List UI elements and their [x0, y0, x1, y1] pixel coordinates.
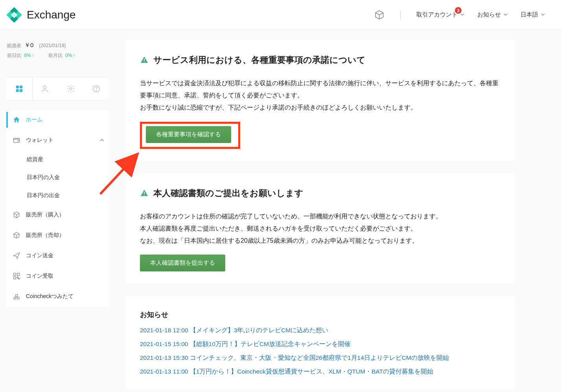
day-change-label: 前日比 — [7, 53, 21, 58]
logo-area[interactable]: Exchange — [6, 7, 76, 23]
logo-text: Exchange — [27, 9, 76, 21]
up-arrow-icon: ↑ — [73, 53, 75, 58]
sidebar-item-tsumitate[interactable]: Coincheckつみたて — [6, 286, 109, 307]
tab-dashboard[interactable] — [6, 77, 32, 100]
news-link[interactable]: 2021-01-15 15:00 【総額10万円！】テレビCM放送記念キャンペー… — [140, 340, 501, 348]
confirm-terms-button[interactable]: 各種重要事項を確認する — [146, 126, 231, 143]
header-nav: 取引アカウント 3 お知らせ 日本語 — [374, 10, 545, 20]
annotation-highlight-box: 各種重要事項を確認する — [140, 122, 240, 149]
chevron-down-icon — [503, 11, 508, 18]
stack-icon — [13, 293, 20, 300]
panel-text-1: 当サービスでは資金決済法及び犯罪による収益の移転防止に関する法律の施行に伴い、サ… — [140, 77, 501, 101]
divider — [400, 11, 401, 19]
panel-text-3: なお、現在は「日本国内に居住する20歳以上75歳未満の方」のみお申込み可能となっ… — [140, 234, 501, 247]
cube-icon[interactable] — [374, 10, 384, 20]
send-icon — [13, 252, 20, 260]
svg-rect-6 — [16, 89, 19, 92]
nav-account-dropdown[interactable]: 取引アカウント 3 — [416, 11, 465, 18]
svg-rect-5 — [20, 86, 22, 88]
sidebar-item-label: 販売所（売却） — [26, 232, 64, 239]
panel-body: 当サービスでは資金決済法及び犯罪による収益の移転防止に関する法律の施行に伴い、サ… — [140, 77, 501, 114]
logo-icon — [6, 7, 22, 23]
svg-rect-17 — [14, 297, 16, 299]
svg-rect-22 — [144, 192, 145, 194]
svg-rect-16 — [14, 277, 16, 279]
tab-account[interactable] — [32, 77, 58, 100]
panel-text-2: お手数になり誠に恐縮ですが、下記ページより承諾のお手続きのほどよろしくお願いいた… — [140, 101, 501, 114]
warning-icon — [140, 56, 149, 64]
sidebar-item-wallet-withdraw[interactable]: 日本円の出金 — [6, 187, 109, 205]
balance-summary: 総資産 ￥0 (2021/01/19) 前日比 0%↑ 前月比 0%↑ — [6, 40, 109, 77]
svg-rect-4 — [16, 86, 19, 88]
warning-icon — [140, 189, 149, 198]
sidebar-item-wallet[interactable]: ウォレット — [6, 130, 109, 150]
svg-rect-23 — [144, 194, 145, 195]
sidebar-item-wallet-total[interactable]: 総資産 — [6, 150, 109, 169]
sidebar-item-label: 販売所（購入） — [26, 211, 64, 218]
total-assets-value: ￥0 — [24, 42, 33, 49]
sidebar-item-home[interactable]: ホーム — [6, 110, 109, 130]
news-panel: お知らせ 2021-01-18 12:00 【メイキング】3年ぶりのテレビCMに… — [126, 296, 515, 389]
svg-rect-7 — [20, 89, 22, 92]
nav-account-label: 取引アカウント — [416, 11, 458, 18]
svg-point-11 — [96, 90, 97, 91]
news-link[interactable]: 2021-01-13 15:30 コインチェック、東京・大阪・愛知など全国26都… — [140, 354, 501, 362]
notification-badge: 3 — [455, 7, 462, 14]
total-assets-label: 総資産 — [7, 42, 21, 49]
sidebar-item-send[interactable]: コイン送金 — [6, 245, 109, 266]
kyc-panel: 本人確認書類のご提出をお願いします お客様のアカウントは住所の確認が完了していな… — [126, 173, 515, 284]
news-link[interactable]: 2021-01-13 11:00 【1万円から！】Coincheck貸仮想通貨サ… — [140, 368, 501, 376]
wallet-icon — [13, 136, 20, 144]
day-change-value: 0% — [24, 53, 31, 58]
sidebar-item-wallet-deposit[interactable]: 日本円の入金 — [6, 169, 109, 187]
nav-news-label: お知らせ — [477, 11, 501, 18]
sidebar-item-label: ウォレット — [26, 137, 53, 144]
svg-point-9 — [70, 88, 72, 90]
month-change-label: 前月比 — [48, 53, 63, 58]
chevron-down-icon — [541, 11, 545, 18]
global-header: Exchange 取引アカウント 3 お知らせ 日本語 — [0, 0, 561, 30]
svg-rect-18 — [17, 297, 19, 299]
sidebar-item-label: ホーム — [26, 116, 42, 123]
submit-kyc-button[interactable]: 本人確認書類を提出する — [140, 255, 225, 271]
chevron-up-icon — [99, 137, 105, 143]
sidebar-item-label: Coincheckつみたて — [26, 293, 74, 300]
svg-rect-20 — [144, 59, 145, 61]
sidebar-tabs — [6, 77, 109, 101]
svg-rect-21 — [144, 62, 145, 62]
up-arrow-icon: ↑ — [32, 53, 34, 58]
cube-icon — [13, 211, 20, 219]
qr-icon — [13, 272, 20, 280]
balance-date: (2021/01/19) — [39, 43, 66, 48]
main-content: サービス利用における、各種重要事項の承諾について 当サービスでは資金決済法及び犯… — [126, 40, 515, 392]
tab-settings[interactable] — [58, 77, 84, 100]
svg-point-13 — [18, 141, 18, 141]
sidebar-item-receive[interactable]: コイン受取 — [6, 266, 109, 286]
home-icon — [13, 116, 20, 124]
panel-body: お客様のアカウントは住所の確認が完了していないため、一部機能が利用できない状態と… — [140, 210, 501, 247]
panel-title: 本人確認書類のご提出をお願いします — [153, 187, 303, 199]
nav-lang-label: 日本語 — [521, 11, 538, 18]
news-title: お知らせ — [140, 310, 501, 319]
news-link[interactable]: 2021-01-18 12:00 【メイキング】3年ぶりのテレビCMに込めた想い — [140, 326, 501, 335]
sidebar-item-buy[interactable]: 販売所（購入） — [6, 205, 109, 225]
panel-text-2: 本人確認書類を再度ご提出いただき、郵送されるハガキを受け取っていただく必要がござ… — [140, 222, 501, 234]
consent-panel: サービス利用における、各種重要事項の承諾について 当サービスでは資金決済法及び犯… — [126, 40, 515, 161]
month-change-value: 0% — [65, 53, 72, 58]
sidebar-nav: ホーム ウォレット 総資産 日本円の入金 日本円の出金 販売所（購入） 販売所（… — [6, 109, 109, 307]
tab-help[interactable] — [84, 77, 110, 100]
sidebar-item-label: コイン送金 — [26, 252, 53, 259]
panel-title: サービス利用における、各種重要事項の承諾について — [153, 54, 366, 66]
nav-lang-dropdown[interactable]: 日本語 — [521, 11, 545, 18]
cube-icon — [13, 231, 20, 239]
sidebar-item-label: コイン受取 — [26, 273, 53, 280]
sidebar-item-sell[interactable]: 販売所（売却） — [6, 225, 109, 245]
nav-news-dropdown[interactable]: お知らせ — [477, 11, 508, 18]
svg-rect-19 — [16, 295, 18, 297]
svg-point-8 — [44, 86, 46, 89]
sidebar: 総資産 ￥0 (2021/01/19) 前日比 0%↑ 前月比 0%↑ — [6, 40, 109, 307]
svg-rect-15 — [17, 273, 20, 276]
panel-text-1: お客様のアカウントは住所の確認が完了していないため、一部機能が利用できない状態と… — [140, 210, 501, 222]
svg-rect-14 — [14, 273, 16, 276]
